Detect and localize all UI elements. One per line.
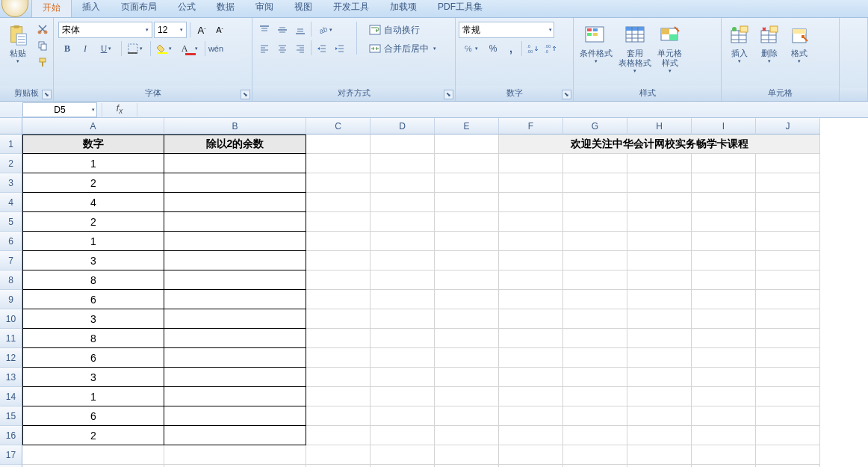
cell[interactable]	[756, 232, 820, 251]
cell[interactable]	[435, 270, 499, 290]
cell[interactable]	[435, 232, 499, 251]
cell[interactable]	[627, 348, 692, 368]
cell[interactable]	[692, 406, 756, 426]
cell[interactable]	[164, 270, 306, 290]
cell[interactable]	[164, 309, 306, 329]
tab-7[interactable]: 开发工具	[323, 0, 379, 17]
decrease-font-button[interactable]: Aˇ	[211, 22, 228, 38]
office-button[interactable]	[1, 0, 28, 17]
align-bottom-button[interactable]	[291, 22, 309, 38]
cut-button[interactable]	[34, 22, 51, 37]
cell[interactable]	[371, 251, 435, 270]
cell[interactable]	[627, 406, 692, 426]
cell[interactable]	[756, 445, 820, 465]
cell[interactable]	[371, 290, 435, 309]
cell[interactable]	[371, 445, 435, 465]
cell[interactable]	[164, 329, 306, 348]
cell[interactable]	[692, 290, 756, 309]
cell[interactable]	[499, 173, 563, 193]
increase-indent-button[interactable]	[331, 40, 349, 57]
cell[interactable]	[306, 154, 371, 173]
cell[interactable]: 6	[22, 406, 164, 426]
row-header[interactable]: 17	[0, 445, 22, 465]
column-header[interactable]: G	[563, 118, 627, 134]
underline-button[interactable]: U▾	[94, 40, 120, 57]
cell[interactable]	[164, 193, 306, 212]
cell[interactable]	[563, 154, 627, 173]
cell[interactable]	[164, 406, 306, 426]
row-header[interactable]: 6	[0, 232, 22, 251]
cell[interactable]	[164, 154, 306, 173]
cell[interactable]	[435, 134, 499, 154]
cell[interactable]	[435, 406, 499, 426]
cell[interactable]	[306, 368, 371, 387]
cell[interactable]	[306, 387, 371, 406]
cell[interactable]: 3	[22, 251, 164, 270]
cell[interactable]	[164, 368, 306, 387]
name-box[interactable]: D5 ▾	[22, 102, 97, 117]
cell[interactable]	[756, 173, 820, 193]
cell[interactable]	[371, 270, 435, 290]
cell[interactable]	[435, 212, 499, 232]
cell[interactable]: 1	[22, 154, 164, 173]
cell[interactable]	[435, 193, 499, 212]
column-header[interactable]: D	[371, 118, 435, 134]
cell[interactable]	[164, 387, 306, 406]
row-header[interactable]: 11	[0, 329, 22, 348]
cell[interactable]	[306, 445, 371, 465]
cell[interactable]	[371, 134, 435, 154]
bold-button[interactable]: B	[58, 40, 76, 57]
cell[interactable]	[499, 348, 563, 368]
cell[interactable]	[563, 270, 627, 290]
cell[interactable]	[692, 212, 756, 232]
row-header[interactable]: 14	[0, 387, 22, 406]
cell[interactable]	[756, 387, 820, 406]
cell[interactable]	[306, 348, 371, 368]
cell-styles-button[interactable]: 单元格 样式 ▾	[654, 22, 685, 75]
cell[interactable]	[756, 270, 820, 290]
cell[interactable]	[499, 270, 563, 290]
cell[interactable]: 2	[22, 173, 164, 193]
row-header[interactable]: 3	[0, 173, 22, 193]
cell[interactable]	[499, 368, 563, 387]
cell[interactable]	[371, 232, 435, 251]
cell[interactable]	[499, 445, 563, 465]
cell[interactable]	[306, 134, 371, 154]
cell[interactable]	[306, 426, 371, 445]
cell[interactable]	[627, 270, 692, 290]
cell[interactable]	[306, 309, 371, 329]
paste-button[interactable]: 粘贴 ▾	[3, 22, 33, 66]
cell[interactable]	[563, 348, 627, 368]
cell[interactable]	[435, 290, 499, 309]
cell[interactable]	[692, 426, 756, 445]
column-header[interactable]: H	[627, 118, 692, 134]
cell[interactable]	[306, 406, 371, 426]
cell[interactable]	[692, 193, 756, 212]
tab-3[interactable]: 公式	[167, 0, 206, 17]
align-center-button[interactable]	[273, 40, 291, 57]
cell[interactable]	[563, 387, 627, 406]
cell[interactable]	[371, 173, 435, 193]
cell[interactable]	[371, 426, 435, 445]
cell[interactable]	[627, 251, 692, 270]
cell[interactable]	[499, 290, 563, 309]
increase-decimal-button[interactable]: .0.00	[524, 40, 542, 57]
row-header[interactable]: 2	[0, 154, 22, 173]
row-header[interactable]: 8	[0, 270, 22, 290]
cell[interactable]: 6	[22, 348, 164, 368]
percent-button[interactable]: %	[484, 40, 502, 57]
row-header[interactable]: 7	[0, 251, 22, 270]
column-header[interactable]: C	[306, 118, 371, 134]
cell[interactable]	[371, 348, 435, 368]
cell[interactable]	[22, 445, 164, 465]
cell[interactable]: 6	[22, 290, 164, 309]
cell[interactable]	[499, 154, 563, 173]
cell[interactable]	[306, 270, 371, 290]
cell[interactable]	[371, 329, 435, 348]
cell[interactable]: 2	[22, 212, 164, 232]
cell[interactable]	[756, 368, 820, 387]
cell[interactable]	[627, 290, 692, 309]
cell[interactable]: 3	[22, 368, 164, 387]
column-header[interactable]: J	[756, 118, 820, 134]
cell[interactable]	[563, 251, 627, 270]
